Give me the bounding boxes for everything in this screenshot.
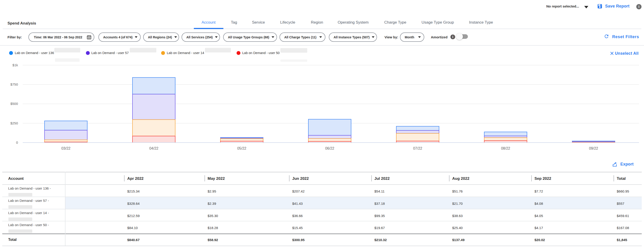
svg-text:$500: $500	[10, 102, 18, 106]
svg-text:08/22: 08/22	[501, 146, 510, 150]
svg-text:09/22: 09/22	[589, 146, 598, 150]
svg-text:05/22: 05/22	[237, 146, 246, 150]
svg-text:0: 0	[16, 141, 18, 144]
svg-text:03/22: 03/22	[61, 146, 70, 150]
svg-text:04/22: 04/22	[149, 146, 158, 150]
svg-text:$250: $250	[10, 121, 18, 125]
svg-text:$1k: $1k	[12, 63, 18, 67]
svg-text:$750: $750	[10, 82, 18, 86]
svg-text:07/22: 07/22	[413, 146, 422, 150]
svg-text:06/22: 06/22	[325, 146, 334, 150]
